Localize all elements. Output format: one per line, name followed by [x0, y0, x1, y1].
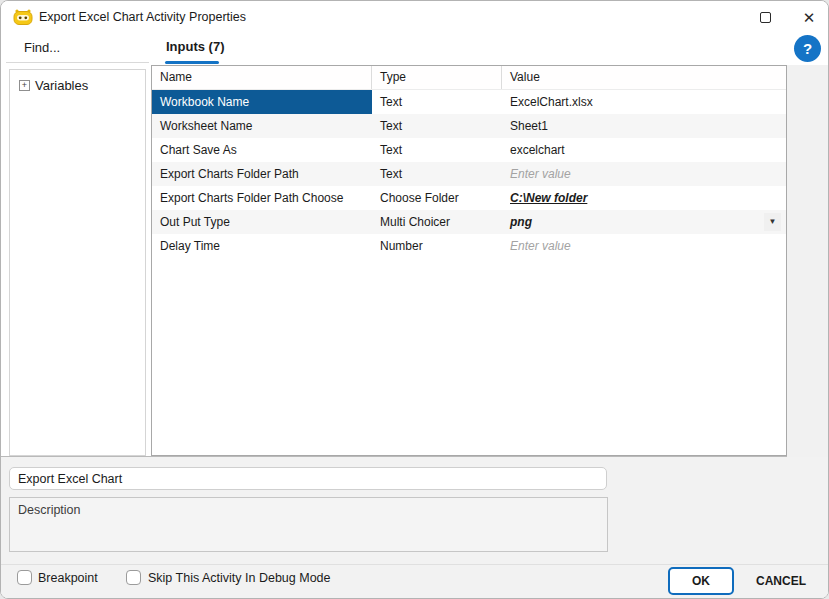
- expand-plus-icon[interactable]: +: [19, 80, 30, 91]
- tree-item-label: Variables: [35, 78, 88, 93]
- dialog-window: Export Excel Chart Activity Properties ✕…: [0, 0, 829, 599]
- close-button[interactable]: ✕: [792, 4, 826, 31]
- breakpoint-label: Breakpoint: [38, 565, 98, 591]
- active-tab-indicator: [165, 61, 219, 64]
- table-body: Workbook NameTextExcelChart.xlsxWorkshee…: [152, 90, 786, 258]
- type-cell: Text: [372, 114, 502, 138]
- table-row[interactable]: Workbook NameTextExcelChart.xlsx: [152, 90, 786, 114]
- titlebar: Export Excel Chart Activity Properties ✕: [1, 1, 828, 33]
- maximize-icon: [760, 12, 771, 23]
- tab-inputs[interactable]: Inputs (7): [166, 39, 225, 54]
- column-header-name: Name: [152, 66, 372, 89]
- value-link[interactable]: C:\New folder: [502, 186, 786, 210]
- name-cell[interactable]: Export Charts Folder Path Choose: [152, 186, 372, 210]
- type-cell: Choose Folder: [372, 186, 502, 210]
- find-underline: [6, 62, 149, 63]
- tree-item-variables[interactable]: + Variables: [10, 70, 145, 93]
- footer-bar: Breakpoint Skip This Activity In Debug M…: [1, 564, 829, 599]
- window-title: Export Excel Chart Activity Properties: [39, 1, 246, 33]
- value-cell[interactable]: Enter value: [502, 234, 786, 258]
- skip-activity-label: Skip This Activity In Debug Mode: [148, 565, 331, 591]
- close-icon: ✕: [803, 10, 816, 25]
- help-button[interactable]: ?: [794, 35, 821, 62]
- dropdown-arrow-icon[interactable]: ▼: [764, 213, 781, 231]
- description-textarea[interactable]: [9, 497, 608, 552]
- table-row[interactable]: Out Put TypeMulti Choicerpng▼: [152, 210, 786, 234]
- breakpoint-checkbox[interactable]: [17, 570, 32, 585]
- column-header-type: Type: [372, 66, 502, 89]
- value-cell[interactable]: excelchart: [502, 138, 786, 162]
- right-gutter: [787, 65, 829, 457]
- type-cell: Text: [372, 90, 502, 114]
- question-icon: ?: [803, 40, 812, 57]
- display-name-input[interactable]: [9, 467, 607, 490]
- table-header: Name Type Value: [152, 66, 786, 90]
- column-header-value: Value: [502, 66, 786, 89]
- name-cell[interactable]: Worksheet Name: [152, 114, 372, 138]
- name-cell[interactable]: Workbook Name: [152, 90, 372, 114]
- cancel-button[interactable]: CANCEL: [745, 567, 817, 595]
- type-cell: Number: [372, 234, 502, 258]
- table-row[interactable]: Worksheet NameTextSheet1: [152, 114, 786, 138]
- type-cell: Text: [372, 138, 502, 162]
- value-cell[interactable]: Enter value: [502, 162, 786, 186]
- name-cell[interactable]: Chart Save As: [152, 138, 372, 162]
- properties-table: Name Type Value Workbook NameTextExcelCh…: [151, 65, 787, 456]
- value-cell[interactable]: png: [502, 210, 786, 234]
- skip-activity-checkbox[interactable]: [126, 570, 141, 585]
- table-row[interactable]: Export Charts Folder Path ChooseChoose F…: [152, 186, 786, 210]
- table-row[interactable]: Chart Save AsTextexcelchart: [152, 138, 786, 162]
- variables-tree-panel: + Variables: [9, 69, 146, 456]
- name-cell[interactable]: Delay Time: [152, 234, 372, 258]
- type-cell: Text: [372, 162, 502, 186]
- name-cell[interactable]: Export Charts Folder Path: [152, 162, 372, 186]
- maximize-button[interactable]: [748, 4, 782, 31]
- ok-button[interactable]: OK: [668, 567, 734, 595]
- robot-icon: [13, 8, 33, 26]
- value-cell[interactable]: ExcelChart.xlsx: [502, 90, 786, 114]
- value-cell[interactable]: Sheet1: [502, 114, 786, 138]
- table-row[interactable]: Delay TimeNumberEnter value: [152, 234, 786, 258]
- name-cell[interactable]: Out Put Type: [152, 210, 372, 234]
- type-cell: Multi Choicer: [372, 210, 502, 234]
- bottom-region: Breakpoint Skip This Activity In Debug M…: [1, 457, 829, 599]
- table-row[interactable]: Export Charts Folder PathTextEnter value: [152, 162, 786, 186]
- find-input[interactable]: Find...: [24, 40, 60, 55]
